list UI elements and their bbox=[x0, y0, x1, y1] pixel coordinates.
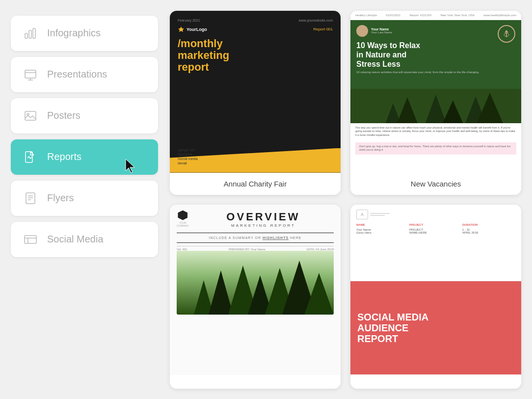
sidebar-item-posters[interactable]: Posters bbox=[11, 98, 158, 133]
card3-hex-icon bbox=[178, 211, 187, 220]
card3-label bbox=[170, 375, 341, 389]
sidebar-item-label-infographics: Infographics bbox=[47, 27, 101, 39]
card3-vol: Vol. 001 bbox=[177, 248, 187, 251]
image-icon bbox=[22, 107, 39, 125]
card2-date: 01/01/2021 bbox=[386, 14, 400, 17]
svg-rect-7 bbox=[25, 111, 36, 120]
card4-preview: A NAME PROJECT DURATION bbox=[350, 205, 521, 375]
card2-text-section: The way you spend time out in nature can… bbox=[350, 123, 521, 140]
card3-overview: OVERVIEW MARKETING REPORT bbox=[193, 211, 334, 228]
card1-report-num: Report 001 bbox=[313, 27, 333, 31]
card2-preview: Healthy Lifestyle 01/01/2021 Report: #22… bbox=[350, 11, 521, 173]
card4-label bbox=[350, 375, 521, 389]
card2-avatar bbox=[356, 25, 368, 37]
card1-label: Annual Charity Fair bbox=[170, 173, 341, 195]
card3-divider-bottom bbox=[177, 242, 334, 243]
card4-report-title: SOCIAL MEDIAAUDIENCEREPORT bbox=[357, 312, 428, 344]
card4-table-row: Your NameGizzy Hans PROJECTNAME-HERE 1 -… bbox=[356, 228, 515, 234]
svg-rect-1 bbox=[29, 30, 31, 38]
card3-company: YOUR COMPANY bbox=[177, 221, 189, 227]
card1-preview: February 2021 www.yourwebsite.com YourLo… bbox=[170, 11, 341, 173]
svg-rect-3 bbox=[25, 70, 36, 78]
mouse-cursor bbox=[124, 158, 139, 178]
sidebar-item-presentations[interactable]: Presentations bbox=[11, 57, 158, 92]
sidebar-item-label-presentations: Presentations bbox=[47, 69, 107, 80]
card4-logo-area: A bbox=[356, 210, 515, 219]
card4-th-project: PROJECT bbox=[409, 223, 462, 226]
card2-title: 10 Ways to Relaxin Nature andStress Less bbox=[356, 41, 515, 69]
card3-date: DATE: 04 June 2018 bbox=[307, 248, 334, 251]
card2-report-num: Report: #221254 bbox=[409, 14, 431, 17]
card4-th-name: NAME bbox=[356, 223, 409, 226]
svg-rect-0 bbox=[25, 33, 27, 38]
card1-logo-text: YourLogo bbox=[186, 27, 207, 32]
sidebar-item-label-reports: Reports bbox=[47, 151, 81, 162]
card1-title: /monthlymarketingreport bbox=[178, 38, 333, 74]
card4-table-header: NAME PROJECT DURATION bbox=[356, 223, 515, 226]
sidebar-item-infographics[interactable]: Infographics bbox=[11, 16, 158, 51]
card3-overview-title: OVERVIEW bbox=[193, 211, 334, 223]
card2-subtitle: 10 relaxing nature activities that will … bbox=[356, 71, 515, 74]
sidebar-item-flyers[interactable]: Flyers bbox=[11, 181, 158, 216]
card-overview-marketing[interactable]: YOUR COMPANY OVERVIEW MARKETING REPORT I… bbox=[170, 205, 341, 389]
card-social-media-audience[interactable]: A NAME PROJECT DURATION bbox=[350, 205, 521, 389]
sidebar: Infographics Presentations bbox=[11, 11, 158, 389]
card2-website: www.healthylifestyle.com bbox=[483, 14, 516, 17]
card4-td-duration: 1 - 31APRIL 2018 bbox=[462, 228, 515, 234]
card2-forest-image bbox=[350, 89, 521, 123]
card3-highlights: INCLUDE A SUMMARY OR HIGHLIGHTS HERE bbox=[177, 236, 334, 239]
card-relax-nature[interactable]: Healthy Lifestyle 01/01/2021 Report: #22… bbox=[350, 11, 521, 195]
sidebar-item-label-social-media: Social Media bbox=[47, 234, 104, 245]
card3-prepared-by: PREPARED BY: Your Name bbox=[229, 248, 266, 251]
card2-pink-box: Don't give up, hug a tree or two, and he… bbox=[355, 142, 516, 155]
card4-th-duration: DURATION bbox=[462, 223, 515, 226]
card-monthly-marketing[interactable]: February 2021 www.yourwebsite.com YourLo… bbox=[170, 11, 341, 195]
sidebar-item-label-flyers: Flyers bbox=[47, 192, 74, 204]
card3-preview: YOUR COMPANY OVERVIEW MARKETING REPORT I… bbox=[170, 205, 341, 375]
card2-location: New York, New York, USA bbox=[440, 14, 475, 17]
presentation-icon bbox=[22, 66, 39, 83]
card3-overview-sub: MARKETING REPORT bbox=[193, 223, 334, 228]
card2-name: Your Name bbox=[371, 27, 392, 31]
reports-icon bbox=[22, 148, 39, 166]
card4-td-project: PROJECTNAME-HERE bbox=[409, 228, 462, 234]
sidebar-item-label-posters: Posters bbox=[47, 110, 80, 121]
flyer-icon bbox=[22, 189, 39, 207]
sidebar-item-reports[interactable]: Reports bbox=[11, 139, 158, 175]
card-grid: February 2021 www.yourwebsite.com YourLo… bbox=[170, 11, 521, 389]
card4-pink-section: SOCIAL MEDIAAUDIENCEREPORT bbox=[350, 281, 521, 375]
card2-label: New Vacancies bbox=[350, 173, 521, 195]
svg-rect-11 bbox=[26, 193, 35, 204]
svg-rect-2 bbox=[33, 28, 35, 38]
card2-circle-icon bbox=[498, 25, 515, 43]
card4-company-lines bbox=[370, 213, 390, 216]
card1-links: /google ads /facebook /social media /ema… bbox=[178, 148, 198, 165]
card1-date: February 2021 bbox=[178, 19, 200, 22]
card3-forest-image bbox=[177, 251, 334, 315]
card4-logo-box: A bbox=[356, 210, 368, 219]
card3-divider-top bbox=[177, 233, 334, 233]
card3-meta: Vol. 001 PREPARED BY: Your Name DATE: 04… bbox=[177, 246, 334, 251]
svg-rect-15 bbox=[25, 236, 36, 243]
social-icon bbox=[22, 231, 39, 248]
sidebar-item-social-media[interactable]: Social Media bbox=[11, 222, 158, 257]
card2-lastname: Your Last Name bbox=[371, 31, 392, 34]
bar-chart-icon bbox=[22, 25, 39, 42]
card2-brand: Healthy Lifestyle bbox=[355, 14, 377, 17]
card1-website: www.yourwebsite.com bbox=[299, 19, 333, 22]
card4-td-name: Your NameGizzy Hans bbox=[356, 228, 409, 234]
